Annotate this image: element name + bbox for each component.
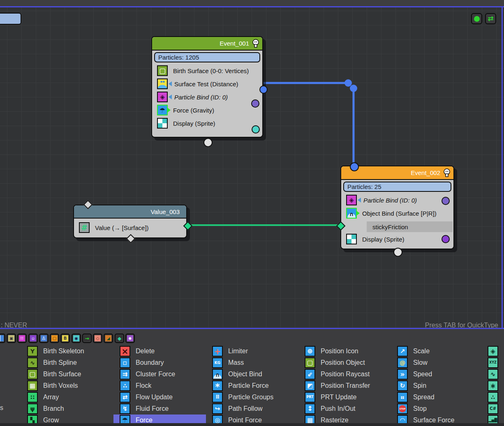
operator-display[interactable]: Display (Sprite) (341, 233, 453, 246)
depot-bottom-bar (0, 423, 504, 426)
array-icon (27, 392, 38, 403)
depot-item-position-raycast[interactable]: Position Raycast (305, 368, 370, 380)
depot-item-array[interactable]: Array (27, 391, 59, 403)
depot-item-birth-skeleton[interactable]: Birth Skeleton (27, 345, 84, 357)
operator-birth-surface[interactable]: Birth Surface (0-0: Vertices) (152, 64, 262, 77)
flock-icon (120, 380, 130, 391)
node-title: Event_002 (411, 169, 440, 176)
depot-item-branch[interactable]: Branch (27, 403, 64, 414)
limiter-icon (212, 346, 223, 357)
depot-item-fluid-force[interactable]: Fluid Force (120, 403, 169, 414)
green-dot-icon (474, 16, 480, 22)
depot-item-spin[interactable]: Spin (397, 380, 426, 391)
surface-test-icon (157, 78, 168, 89)
grid-pattern-icon[interactable] (7, 334, 16, 343)
event-output-socket[interactable] (393, 248, 402, 257)
surface-test-output-socket[interactable] (259, 85, 268, 94)
operator-object-bind[interactable]: Object Bind (Surface [P|R]) (341, 207, 453, 220)
particle-bind-socket[interactable] (442, 197, 450, 205)
event-output-socket[interactable] (203, 138, 213, 147)
particle-bind-icon (157, 92, 168, 102)
birth-surface-icon (157, 65, 168, 76)
refresh-button[interactable]: ⇄ (485, 13, 496, 24)
operator-surface-test[interactable]: Surface Test (Distance) (152, 77, 262, 90)
particles-count[interactable]: Particles: 25 (343, 182, 451, 192)
depot-item-particle-groups[interactable]: Particle Groups (212, 391, 273, 403)
depot-item-birth-spline[interactable]: Birth Spline (27, 357, 77, 368)
depot-item-clipped-1[interactable] (488, 345, 498, 357)
white-blue-split-icon[interactable] (0, 334, 5, 343)
depot-item-clipped-2[interactable] (488, 357, 498, 368)
particles-count[interactable]: Particles: 1205 (154, 52, 260, 62)
magenta-dots-icon[interactable] (17, 334, 27, 343)
position-raycast-icon (305, 369, 315, 380)
node-header[interactable]: Value_003 (74, 205, 186, 219)
spin-icon (397, 380, 408, 391)
depot-item-clipped-5[interactable] (488, 391, 498, 403)
display-socket[interactable] (442, 235, 450, 243)
depot-item-slow[interactable]: Slow (397, 357, 428, 368)
teal-spread-icon (488, 380, 498, 391)
depot-column-1: Birth Skeleton Birth Spline Birth Surfac… (27, 329, 120, 426)
lightbulb-icon[interactable] (252, 39, 259, 48)
depot-item-cluster-force[interactable]: Cluster Force (120, 368, 175, 380)
depot-item-spread[interactable]: Spread (397, 391, 435, 403)
depot-item-position-icon[interactable]: Position Icon (305, 345, 358, 357)
depot-item-particle-force[interactable]: Particle Force (212, 380, 269, 391)
particle-bind-socket[interactable] (251, 99, 259, 108)
depot-item-clipped-6[interactable] (488, 403, 498, 414)
depot-item-birth-voxels[interactable]: Birth Voxels (27, 380, 78, 391)
depot-item-position-object[interactable]: Position Object (305, 357, 365, 368)
depot-item-clipped-4[interactable] (488, 380, 498, 391)
node-event-001[interactable]: Event_001 Particles: 1205 Birth Surface … (151, 36, 263, 138)
node-canvas[interactable]: ⇄ Event_001 Particles: 1205 (0, 6, 504, 329)
depot-item-boundary[interactable]: Boundary (120, 357, 164, 368)
object-bind-icon (346, 208, 357, 219)
operator-display[interactable]: Display (Sprite) (152, 117, 262, 130)
display-icon (346, 234, 357, 244)
depot-item-path-follow[interactable]: Path Follow (212, 403, 263, 414)
depot-item-flock[interactable]: Flock (120, 380, 151, 391)
active-notch-icon (356, 211, 360, 216)
lightbulb-icon[interactable] (444, 168, 450, 177)
depot-item-scale[interactable]: Scale (397, 345, 430, 357)
depot-item-stop[interactable]: Stop (397, 403, 427, 414)
position-icon-icon (305, 346, 315, 357)
depot-item-push-in-out[interactable]: Push In/Out (305, 403, 356, 414)
display-socket[interactable] (252, 125, 260, 134)
sticky-friction-input[interactable]: stickyFriction (367, 221, 453, 232)
operator-particle-bind[interactable]: Particle Bind (ID: 0) (152, 90, 262, 104)
operator-depot: s Birth Skeleton Birth Spline Birth Surf… (0, 329, 504, 426)
boundary-icon (120, 357, 130, 368)
partial-depot-label: s (0, 404, 3, 412)
depot-item-object-bind[interactable]: Object Bind (212, 368, 262, 380)
operator-particle-bind[interactable]: Particle Bind (ID: 0) (341, 193, 453, 207)
spread-icon (397, 392, 408, 403)
depot-column-4: Position Icon Position Object Position R… (305, 329, 397, 426)
scale-icon (397, 346, 408, 357)
depot-item-delete[interactable]: Delete (120, 345, 155, 357)
node-value-003[interactable]: Value_003 Value (→ [Surface]) (73, 205, 187, 238)
operator-force[interactable]: Force (Gravity) (152, 104, 262, 117)
prt-update-icon (305, 392, 315, 403)
mass-icon (212, 357, 223, 368)
depot-item-speed[interactable]: Speed (397, 368, 432, 380)
birth-spline-icon (27, 357, 38, 368)
depot-column-3: Limiter Mass Object Bind Particle Force … (212, 329, 305, 426)
live-status-button[interactable] (471, 13, 482, 24)
sticky-friction-input-socket[interactable] (336, 221, 346, 231)
node-header[interactable]: Event_001 (152, 37, 262, 51)
depot-item-mass[interactable]: Mass (212, 357, 244, 368)
depot-item-prt-update[interactable]: PRT Update (305, 391, 356, 403)
depot-item-limiter[interactable]: Limiter (212, 345, 248, 357)
teal-swirl-icon (488, 369, 498, 380)
depot-item-position-transfer[interactable]: Position Transfer (305, 380, 370, 391)
depot-item-flow-update[interactable]: Flow Update (120, 391, 173, 403)
depot-item-clipped-3[interactable] (488, 368, 498, 380)
canvas-tab[interactable] (0, 13, 21, 25)
delete-icon (120, 346, 130, 357)
depot-item-birth-surface[interactable]: Birth Surface (27, 368, 81, 380)
event-input-socket[interactable] (350, 162, 359, 171)
node-event-002[interactable]: Event_002 Particles: 25 Particle Bind (I… (340, 166, 454, 249)
node-title: Event_001 (220, 40, 249, 47)
